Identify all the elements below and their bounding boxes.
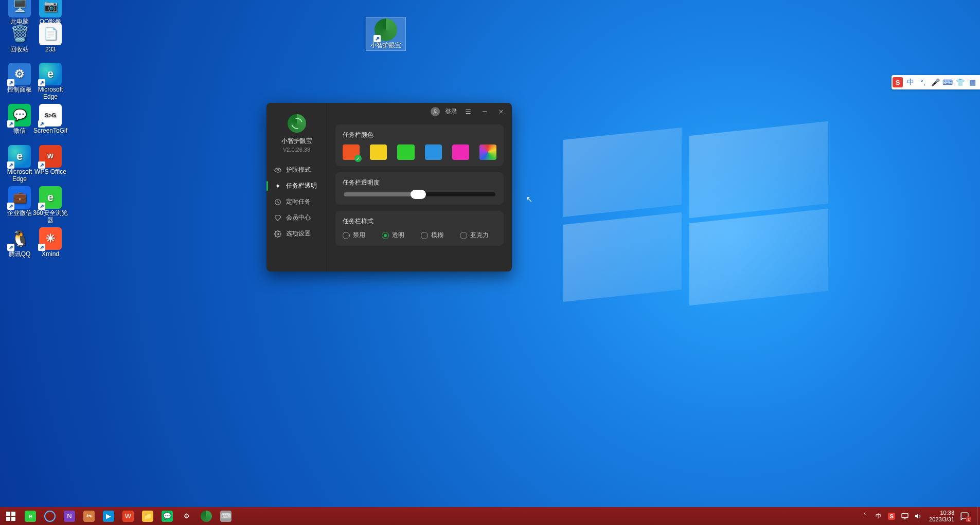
radio-label: 禁用 — [353, 231, 365, 240]
card-taskbar-color: 任务栏颜色 — [335, 124, 504, 166]
desktop-icon-qq-photo[interactable]: 📷 QQ影像 — [32, 0, 69, 26]
sogou-keyboard-icon[interactable]: ⌨ — [943, 78, 952, 87]
opacity-slider-track[interactable] — [344, 192, 495, 196]
nav-taskbar-transparency[interactable]: ✦ 任务栏透明 — [266, 178, 327, 194]
taskbar-app-touch-keyboard[interactable]: ⌨ — [217, 507, 235, 525]
desktop-icon-label: 企业微信 — [7, 210, 32, 217]
taskbar-app-wps[interactable]: W — [119, 507, 137, 525]
desktop-icon-label: 腾讯QQ — [9, 251, 31, 258]
desktop-icon-360-browser[interactable]: e↗ 360安全浏览器 — [32, 186, 69, 224]
card-taskbar-opacity: 任务栏透明度 — [335, 172, 504, 205]
radio-icon — [421, 232, 428, 239]
app-version: V2.0.26.38 — [283, 147, 310, 153]
radio-style-acrylic[interactable]: 亚克力 — [460, 231, 489, 240]
nav-label: 会员中心 — [286, 213, 311, 222]
sogou-skin-icon[interactable]: 👕 — [955, 78, 965, 87]
desktop-icon-label: 回收站 — [10, 46, 29, 53]
color-swatch-orange[interactable] — [343, 144, 360, 160]
show-desktop-button[interactable] — [977, 507, 980, 525]
tray-date: 2023/3/31 — [929, 516, 954, 522]
color-swatch-green[interactable] — [397, 144, 414, 160]
taskbar-app-qqplayer[interactable]: ▶ — [100, 507, 117, 525]
taskbar: e N ✂ ▶ W 📁 💬 ⚙ ⌨ ˄ 中 S 10:33 2023/3/31 — [0, 507, 980, 525]
desktop-icon-screentogif[interactable]: S>G↗ ScreenToGif — [32, 104, 69, 135]
app-sidebar: 小智护眼宝 V2.0.26.38 护眼模式 ✦ 任务栏透明 定 — [266, 103, 327, 271]
cursor-icon: ↖ — [526, 194, 532, 204]
svg-point-0 — [434, 110, 436, 112]
color-swatch-magenta[interactable] — [452, 144, 469, 160]
tray-ime-lang[interactable]: 中 — [872, 509, 884, 523]
desktop-icon-edge-1[interactable]: e↗ Microsoft Edge — [32, 63, 69, 101]
tray-sogou-icon[interactable]: S — [886, 509, 897, 523]
taskbar-app-snip[interactable]: ✂ — [80, 507, 98, 525]
sogou-lang-toggle[interactable]: 中 — [906, 78, 915, 87]
card-title: 任务栏样式 — [343, 217, 496, 226]
sogou-punct-icon[interactable]: °, — [918, 78, 928, 87]
color-swatch-yellow[interactable] — [370, 144, 387, 160]
nav-label: 任务栏透明 — [286, 182, 317, 190]
desktop-icon-label: Xmind — [42, 251, 59, 258]
app-name: 小智护眼宝 — [281, 137, 312, 146]
taskbar-app-360[interactable]: e — [22, 507, 39, 525]
nav-eye-mode[interactable]: 护眼模式 — [266, 162, 327, 178]
color-swatch-custom[interactable] — [479, 144, 496, 160]
menu-button[interactable] — [462, 106, 474, 117]
nav-label: 定时任务 — [286, 197, 311, 206]
login-button[interactable]: 登录 — [445, 107, 457, 116]
radio-icon — [343, 232, 350, 239]
taskbar-app-onenote[interactable]: N — [61, 507, 78, 525]
radio-label: 亚克力 — [470, 231, 489, 240]
desktop-icon-xmind[interactable]: ✳↗ Xmind — [32, 227, 69, 258]
nav-timer[interactable]: 定时任务 — [266, 194, 327, 210]
tray-network-icon[interactable] — [899, 509, 911, 523]
titlebar[interactable]: 登录 — [431, 103, 512, 120]
radio-style-blur[interactable]: 模糊 — [421, 231, 443, 240]
minimize-button[interactable] — [479, 106, 490, 117]
tray-overflow-chevron-icon[interactable]: ˄ — [859, 509, 870, 523]
tray-clock[interactable]: 10:33 2023/3/31 — [926, 510, 957, 522]
desktop-icon-label: 360安全浏览器 — [32, 210, 69, 224]
close-button[interactable] — [495, 106, 507, 117]
svg-rect-10 — [902, 513, 908, 517]
diamond-icon — [274, 214, 282, 222]
desktop-icon-label: 小智护眼宝 — [370, 42, 401, 49]
app-content: 任务栏颜色 任务栏透明度 任务栏样式 — [327, 103, 512, 271]
desktop-icon-wps[interactable]: W↗ WPS Office — [32, 145, 69, 176]
desktop-icon-label: WPS Office — [34, 169, 66, 176]
nav-vip[interactable]: 会员中心 — [266, 210, 327, 226]
taskbar-app-eye-protector[interactable] — [198, 507, 215, 525]
radio-icon — [382, 232, 389, 239]
gear-icon — [274, 230, 282, 238]
opacity-slider-thumb[interactable] — [411, 190, 426, 199]
avatar-icon[interactable] — [431, 107, 440, 116]
desktop-icon-label: 控制面板 — [7, 86, 32, 94]
taskbar-app-winsettings[interactable]: ⚙ — [178, 507, 195, 525]
taskbar-app-explorer[interactable]: 📁 — [139, 507, 156, 525]
sparkle-icon: ✦ — [274, 182, 282, 190]
card-title: 任务栏透明度 — [343, 178, 496, 187]
desktop-icon-233-txt[interactable]: 📄 233 — [32, 23, 69, 53]
app-logo-icon — [288, 114, 306, 133]
tray-volume-icon[interactable] — [913, 509, 924, 523]
color-swatch-blue[interactable] — [425, 144, 442, 160]
svg-point-7 — [277, 169, 279, 171]
desktop-icon-app-shortcut[interactable]: ↗ 小智护眼宝 — [366, 17, 405, 50]
taskbar-app-cortana[interactable] — [41, 507, 59, 525]
sogou-toolbox-icon[interactable]: ▦ — [968, 78, 977, 87]
taskbar-app-wechat[interactable]: 💬 — [158, 507, 176, 525]
sogou-mic-icon[interactable]: 🎤 — [931, 78, 940, 87]
tray-time: 10:33 — [940, 510, 954, 516]
desktop[interactable]: 🖥️ 此电脑 📷 QQ影像 🗑️ 回收站 📄 233 ⚙↗ 控制面板 e↗ Mi… — [0, 0, 980, 525]
radio-style-disable[interactable]: 禁用 — [343, 231, 365, 240]
tray-action-center[interactable]: 1 — [959, 507, 975, 525]
wallpaper-windows-logo — [563, 134, 831, 309]
windows-logo-icon — [6, 512, 15, 521]
nav-settings[interactable]: 选项设置 — [266, 226, 327, 242]
radio-style-transparent[interactable]: 透明 — [382, 231, 404, 240]
app-window: 登录 小智护眼宝 V2.0.26.38 护眼模式 — [266, 103, 512, 271]
sogou-logo-icon[interactable]: S — [893, 77, 903, 87]
start-button[interactable] — [2, 507, 20, 525]
sogou-ime-toolbar[interactable]: S 中 °, 🎤 ⌨ 👕 ▦ — [892, 75, 980, 89]
radio-label: 透明 — [392, 231, 404, 240]
desktop-icon-label: 微信 — [13, 128, 26, 135]
